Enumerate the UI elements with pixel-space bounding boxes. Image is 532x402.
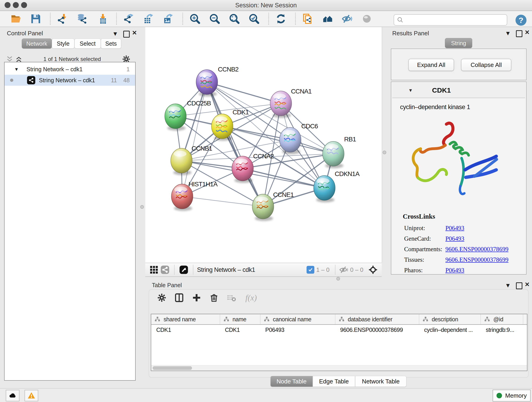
table-panel-close-icon[interactable]: ✕ — [525, 281, 530, 288]
zoom-out-icon — [209, 13, 220, 24]
edge-CCNB2-CCNE1[interactable] — [207, 82, 263, 206]
network-canvas[interactable]: CCNB2 CCNA1 CDC25B CDK1 CDC6 — [145, 27, 382, 263]
show-hide-button[interactable] — [340, 12, 354, 26]
column-header-canonicalname[interactable]: canonical name — [260, 314, 335, 325]
column-header-databaseidentifier[interactable]: database identifier — [335, 314, 419, 325]
zoom-in-button[interactable] — [188, 12, 202, 26]
table-row[interactable]: CDK1CDK1P064939606.ENSP00000378699cyclin… — [151, 325, 527, 335]
edge-CCNE1-HIST1H1A[interactable] — [182, 196, 263, 206]
node-CCNB2[interactable]: CCNB2 — [196, 66, 239, 96]
delete-column-button[interactable] — [207, 292, 221, 304]
collapse-all-button[interactable]: Collapse All — [461, 59, 511, 71]
edge-CCNB2-HIST1H1A[interactable] — [182, 82, 207, 196]
add-column-button[interactable] — [190, 292, 203, 304]
protein-header-row[interactable]: ▼ CDK1 — [392, 83, 525, 98]
function-builder-button[interactable]: f(x) — [245, 293, 257, 303]
node-CDC6[interactable]: CDC6 — [279, 123, 318, 154]
open-session-button[interactable] — [9, 12, 23, 26]
control-panel-float-icon[interactable] — [123, 31, 130, 38]
table-settings-button[interactable] — [155, 292, 168, 304]
protein-expander-icon[interactable]: ▼ — [408, 88, 413, 93]
selected-checkbox-icon[interactable] — [307, 266, 314, 274]
network-graph[interactable]: CCNB2 CCNA1 CDC25B CDK1 CDC6 — [145, 27, 382, 263]
table-panel-float-icon[interactable] — [516, 282, 522, 289]
column-header-name[interactable]: name — [220, 314, 260, 325]
control-panel-close-icon[interactable]: ✕ — [132, 29, 137, 36]
tab-string[interactable]: String — [445, 38, 472, 48]
column-header-sharedname[interactable]: shared name — [151, 314, 220, 325]
node-table[interactable]: shared namenamecanonical namedatabase id… — [151, 314, 527, 335]
table-hscrollbar-thumb[interactable] — [152, 366, 192, 370]
network-row[interactable]: String Network – cdk1 11 48 — [5, 75, 135, 86]
column-header-namespace[interactable]: namespace — [523, 314, 527, 325]
collection-expander-icon[interactable]: ▼ — [14, 67, 19, 72]
table-cell[interactable]: CDK1 — [220, 325, 260, 335]
expand-all-button[interactable]: Expand All — [408, 59, 454, 71]
memory-button[interactable]: Memory — [493, 390, 531, 402]
cloud-status-button[interactable] — [6, 390, 19, 401]
refresh-button[interactable] — [274, 12, 288, 26]
home-button[interactable] — [321, 12, 334, 26]
node-CDKN1A[interactable]: CDKN1A — [314, 170, 360, 202]
table-cell[interactable]: P06493 — [260, 325, 335, 335]
zoom-selected-button[interactable] — [247, 12, 261, 26]
show-columns-button[interactable] — [172, 292, 186, 304]
tab-sets[interactable]: Sets — [101, 38, 121, 49]
results-panel-close-icon[interactable]: ✕ — [525, 29, 530, 36]
tab-edge-table[interactable]: Edge Table — [313, 376, 355, 387]
tab-node-table[interactable]: Node Table — [270, 376, 313, 387]
grid-view-button[interactable] — [148, 264, 159, 275]
network-share-view-button[interactable] — [159, 264, 171, 275]
save-session-button[interactable] — [29, 12, 43, 26]
table-cell[interactable]: stringdb — [523, 325, 527, 335]
edge-CCNA2-CDKN1A[interactable] — [243, 168, 324, 188]
results-panel-float-icon[interactable] — [516, 30, 522, 37]
search-input[interactable] — [405, 17, 504, 23]
delete-table-button[interactable] — [225, 292, 238, 304]
node-CCNE1[interactable]: CCNE1 — [252, 191, 294, 221]
toolbar-separator — [268, 13, 269, 25]
column-header-id[interactable]: @id — [481, 314, 523, 325]
birdseye-view-button[interactable] — [178, 264, 189, 275]
zoom-fit-button[interactable] — [228, 12, 241, 26]
tab-style[interactable]: Style — [52, 38, 75, 49]
export-network-button[interactable] — [122, 12, 136, 26]
node-RB1[interactable]: RB1 — [323, 136, 356, 168]
tab-select[interactable]: Select — [75, 38, 101, 49]
crosslink-link[interactable]: P06493 — [445, 235, 464, 242]
left-splitter-handle[interactable] — [140, 205, 144, 209]
table-hscrollbar[interactable] — [151, 365, 527, 371]
crosslink-link[interactable]: P06493 — [445, 225, 464, 232]
network-type-icon — [27, 76, 35, 84]
table-cell[interactable]: stringdb:9... — [481, 325, 523, 335]
tab-network[interactable]: Network — [22, 38, 52, 49]
node-HIST1H1A[interactable]: HIST1H1A — [171, 181, 218, 211]
eye-button[interactable] — [360, 12, 374, 26]
node-label-CCNB2: CCNB2 — [218, 66, 239, 73]
crosslink-link[interactable]: 9606.ENSP00000378699 — [445, 246, 508, 253]
tab-network-table[interactable]: Network Table — [355, 376, 406, 387]
table-cell[interactable]: cyclin–dependent ... — [419, 325, 481, 335]
help-button[interactable]: ? — [515, 15, 526, 26]
edge-CCNB2-CCNA1[interactable] — [207, 82, 281, 103]
table-cell[interactable]: CDK1 — [151, 325, 220, 335]
control-panel-menu-icon[interactable]: ▼ — [112, 30, 118, 37]
results-panel-menu-icon[interactable]: ▼ — [505, 30, 511, 37]
zoom-out-button[interactable] — [208, 12, 222, 26]
search-box[interactable] — [394, 14, 507, 26]
pan-crosshair-button[interactable] — [367, 264, 379, 275]
node-CCNB1[interactable]: CCNB1 — [171, 145, 212, 175]
crosslink-link[interactable]: P06493 — [445, 267, 464, 274]
export-image-button[interactable] — [161, 12, 175, 26]
share-document-button[interactable] — [301, 12, 315, 26]
crosslink-link[interactable]: 9606.ENSP00000378699 — [445, 256, 508, 263]
import-network-button[interactable] — [56, 12, 70, 26]
import-table-button[interactable] — [95, 12, 109, 26]
column-header-description[interactable]: description — [419, 314, 481, 325]
table-cell[interactable]: 9606.ENSP00000378699 — [335, 325, 419, 335]
warnings-button[interactable] — [25, 390, 38, 401]
network-collection-row[interactable]: ▼ String Network – cdk1 1 — [5, 64, 135, 75]
import-network-from-database-button[interactable] — [75, 12, 89, 26]
table-panel-menu-icon[interactable]: ▼ — [505, 282, 511, 289]
export-table-button[interactable] — [142, 12, 155, 26]
